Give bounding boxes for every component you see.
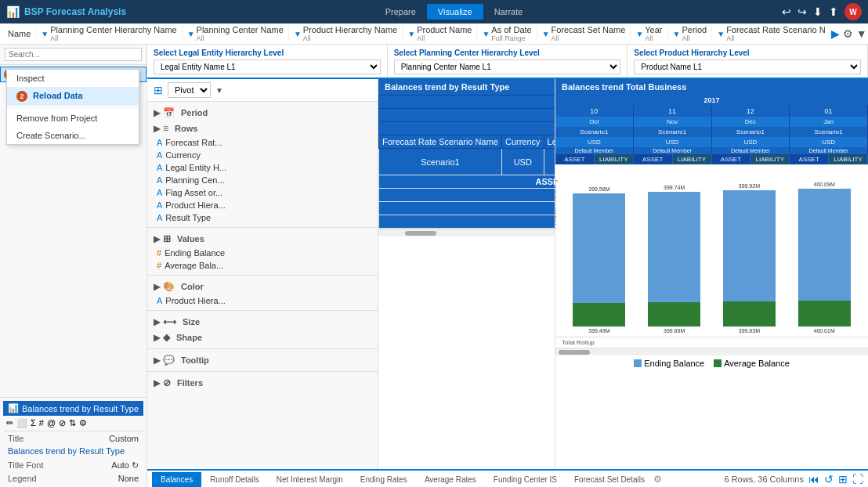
field-result-type[interactable]: A Result Type (147, 211, 378, 224)
field-section-size[interactable]: ▶ ⟷ Size (147, 314, 378, 330)
field-section-rows[interactable]: ▶ ≡ Rows (147, 121, 378, 136)
sidebar: 1 ▶ BSP BI Forecast Set Results ▶ BSP BI… (0, 45, 147, 487)
scroll-thumb[interactable] (405, 231, 436, 236)
shape-label: Shape (176, 333, 202, 342)
field-legal-entity-h[interactable]: A Legal Entity H... (147, 161, 378, 174)
bottom-view-icon[interactable]: ⊞ (838, 473, 848, 485)
field-forecast-rat[interactable]: A Forecast Rat... (147, 136, 378, 149)
chart-scroll-thumb[interactable] (559, 350, 590, 355)
table-row-liability-total: LIABILITY Total 89.02K 88.1K (379, 215, 555, 229)
legend-average-label: Average Balance (724, 359, 790, 368)
field-flag-asset[interactable]: A Flag Asset or... (147, 186, 378, 199)
filter-icon-8[interactable]: ▼ (673, 30, 681, 38)
filter-icon-4[interactable]: ▼ (407, 30, 415, 38)
col-forecast-set: ▼ Forecast Set NameAll (537, 25, 631, 42)
currency-usd-4: USD (790, 137, 868, 147)
filter-icon-5[interactable]: ▼ (482, 30, 490, 38)
tab-funding-center[interactable]: Funding Center IS (485, 472, 566, 487)
field-product-hiera-color[interactable]: A Product Hiera... (147, 294, 378, 307)
field-average-balance[interactable]: # Average Bala... (147, 259, 378, 272)
font-label: Title Font (8, 460, 43, 471)
tabs-settings-icon[interactable]: ⚙ (653, 474, 662, 485)
field-icon-hash2: # (157, 261, 161, 270)
share-icon[interactable]: ⬆ (829, 5, 838, 18)
undo-icon[interactable]: ↩ (782, 5, 791, 18)
field-icon-a7: A (157, 213, 162, 222)
user-avatar[interactable]: W (844, 3, 862, 20)
bar-top-3 (723, 190, 776, 301)
filter-icon-3[interactable]: ▼ (294, 30, 302, 38)
redo-icon[interactable]: ↪ (797, 5, 807, 18)
sidebar-bottom-panel: 📊 Balances trend by Result Type ✏ ⬜ Σ # … (0, 397, 146, 487)
col-settings-icon[interactable]: ⚙ (843, 27, 853, 40)
pivot-dropdown-icon[interactable]: ▼ (215, 86, 223, 95)
field-section-filters[interactable]: ▶ ⊘ Filters (147, 375, 378, 391)
copy-icon[interactable]: ⬜ (16, 418, 27, 428)
context-menu-item-create[interactable]: Create Scenario... (7, 127, 139, 144)
filter-icon-sidebar[interactable]: ⊘ (59, 418, 66, 428)
rows-columns-status: 6 Rows, 36 Columns (725, 474, 805, 484)
field-ending-balance[interactable]: # Ending Balance (147, 247, 378, 259)
pencil-icon[interactable]: ✏ (6, 418, 13, 428)
chart-legend: Ending Balance Average Balance (555, 355, 868, 371)
filter-icon-6[interactable]: ▼ (542, 30, 550, 38)
filters-label: Filters (177, 378, 203, 388)
field-section-period[interactable]: ▶ 📅 Period (147, 105, 378, 121)
col-filter-icon[interactable]: ▼ (856, 27, 867, 40)
tab-balances[interactable]: Balances (152, 472, 201, 487)
period-col-12: 12 (712, 106, 790, 117)
field-section-shape[interactable]: ▶ ◆ Shape (147, 330, 378, 345)
table-container[interactable]: Year Period ID 10 Period (378, 95, 555, 469)
chart-scrollbar[interactable] (555, 348, 868, 355)
download-icon[interactable]: ⬇ (813, 5, 823, 18)
field-section-tooltip[interactable]: ▶ 💬 Tooltip (147, 352, 378, 368)
table-scrollbar[interactable] (378, 229, 555, 236)
bar-stack-4 (798, 189, 851, 326)
field-currency[interactable]: A Currency (147, 149, 378, 161)
product-select[interactable]: Product Name L1Product Name L2 (634, 60, 861, 74)
filter-icon-2[interactable]: ▼ (187, 30, 195, 38)
context-menu-item-inspect[interactable]: Inspect (7, 70, 139, 87)
filter-icon-1[interactable]: ▼ (41, 30, 49, 38)
bottom-nav-prev[interactable]: ↺ (824, 473, 834, 485)
tab-ending-rates[interactable]: Ending Rates (352, 472, 416, 487)
col-nav-right[interactable]: ▶ (831, 27, 840, 40)
asset-3: ASSET (712, 154, 751, 164)
tab-runoff-details[interactable]: Runoff Details (201, 472, 268, 487)
filter-legal-entity: Select Legal Entity Hierarchy Level Lega… (147, 45, 388, 78)
currency-usd-3: USD (712, 137, 790, 147)
sort-icon[interactable]: ⇅ (69, 418, 76, 428)
month-nov: Nov (634, 117, 712, 127)
settings-icon-sidebar[interactable]: ⚙ (79, 418, 87, 428)
top-bar: 📊 BSP Forecast Analysis Prepare Visualiz… (0, 0, 868, 23)
planning-center-select[interactable]: Planning Center Name L1Planning Center N… (394, 60, 621, 74)
tab-forecast-set[interactable]: Forecast Set Details (566, 472, 653, 487)
tab-average-rates[interactable]: Average Rates (416, 472, 485, 487)
bottom-tab-list: Balances Runoff Details Net Interest Mar… (152, 472, 662, 487)
field-product-hiera[interactable]: A Product Hiera... (147, 199, 378, 211)
sigma-icon[interactable]: Σ (31, 418, 36, 428)
filter-icon-9[interactable]: ▼ (717, 30, 725, 38)
tab-visualize[interactable]: Visualize (427, 4, 483, 20)
bar-top-1 (573, 193, 625, 303)
field-planning-cen[interactable]: A Planning Cen... (147, 174, 378, 186)
tab-prepare[interactable]: Prepare (374, 4, 427, 20)
at-icon[interactable]: @ (47, 418, 56, 428)
legal-entity-select[interactable]: Legal Entity Name L1Legal Entity Name L2 (154, 60, 381, 74)
context-menu-item-remove[interactable]: Remove from Project (7, 110, 139, 127)
divider-2 (147, 275, 378, 276)
refresh-icon[interactable]: ↻ (132, 460, 139, 470)
pivot-select[interactable]: Pivot (168, 82, 211, 98)
field-section-values[interactable]: ▶ ⊞ Values (147, 231, 378, 247)
field-section-color[interactable]: ▶ 🎨 Color (147, 279, 378, 294)
pivot-grid-icon[interactable]: ⊞ (154, 84, 163, 96)
context-menu-item-reload[interactable]: 2 Reload Data (7, 87, 139, 106)
hash-icon[interactable]: # (39, 418, 44, 428)
tab-net-interest[interactable]: Net Interest Margin (268, 472, 352, 487)
bottom-nav-first[interactable]: ⏮ (808, 473, 819, 485)
search-input[interactable] (5, 48, 142, 61)
bottom-expand-icon[interactable]: ⛶ (852, 473, 863, 485)
top-tabs: Prepare Visualize Narrate (374, 4, 534, 20)
tab-narrate[interactable]: Narrate (483, 4, 534, 20)
filter-icon-7[interactable]: ▼ (635, 30, 643, 38)
